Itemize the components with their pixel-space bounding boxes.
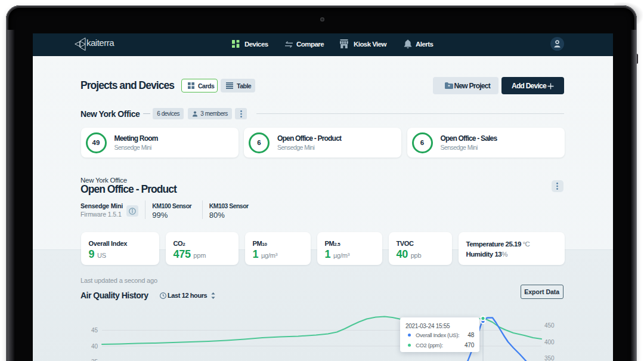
svg-text:400: 400	[544, 339, 555, 345]
svg-text:350: 350	[544, 355, 555, 361]
svg-text:45: 45	[91, 327, 98, 334]
svg-text:450: 450	[544, 322, 555, 329]
svg-text:40: 40	[91, 343, 98, 350]
svg-text:35: 35	[91, 359, 98, 361]
